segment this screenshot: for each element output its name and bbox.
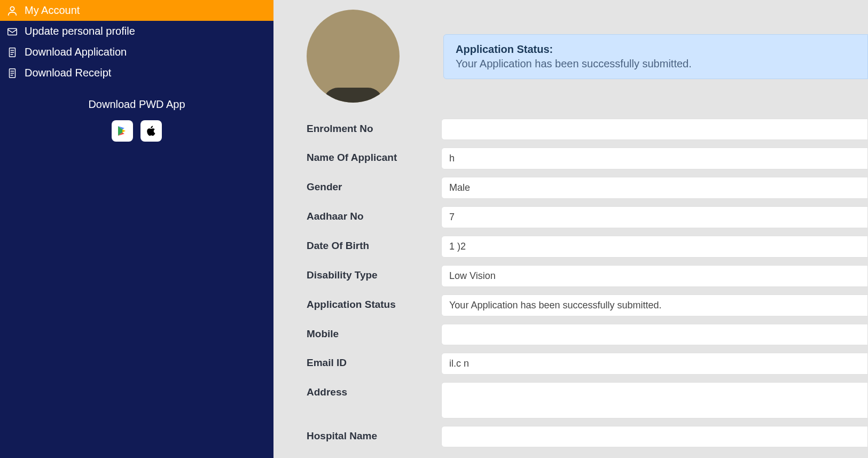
label-address: Address xyxy=(307,382,431,399)
row-address: Address xyxy=(307,382,868,418)
label-disability-type: Disability Type xyxy=(307,265,431,282)
label-aadhaar: Aadhaar No xyxy=(307,206,431,223)
user-icon xyxy=(6,5,18,17)
sidebar-item-label: Update personal profile xyxy=(25,25,135,37)
value-address xyxy=(441,382,868,418)
sidebar-item-my-account[interactable]: My Account xyxy=(0,0,273,21)
label-email: Email ID xyxy=(307,353,431,370)
download-app-section: Download PWD App xyxy=(0,98,273,142)
value-disability-type: Low Vision xyxy=(441,265,868,287)
row-aadhaar: Aadhaar No 7 xyxy=(307,206,868,228)
sidebar-item-label: Download Receipt xyxy=(25,67,111,79)
row-disability-type: Disability Type Low Vision xyxy=(307,265,868,287)
row-mobile: Mobile xyxy=(307,324,868,345)
status-banner-body: Your Application has been successfully s… xyxy=(456,58,856,70)
document-icon xyxy=(6,46,18,58)
row-hospital-name: Hospital Name xyxy=(307,426,868,447)
sidebar-item-update-profile[interactable]: Update personal profile xyxy=(0,21,273,42)
row-email: Email ID il.c n xyxy=(307,353,868,375)
mail-icon xyxy=(6,26,18,37)
apple-store-badge[interactable] xyxy=(140,120,162,142)
apple-icon xyxy=(145,125,158,137)
download-app-title: Download PWD App xyxy=(0,98,273,111)
sidebar-item-download-receipt[interactable]: Download Receipt xyxy=(0,63,273,83)
value-name: h xyxy=(441,148,868,169)
value-mobile xyxy=(441,324,868,345)
app-badges xyxy=(0,120,273,142)
google-play-badge[interactable] xyxy=(112,120,133,142)
avatar xyxy=(307,10,400,103)
svg-point-0 xyxy=(10,6,14,10)
value-application-status: Your Application has been successfully s… xyxy=(441,294,868,316)
top-row: Application Status: Your Application has… xyxy=(307,5,868,103)
sidebar: My Account Update personal profile Downl… xyxy=(0,0,273,458)
label-gender: Gender xyxy=(307,177,431,194)
row-enrolment-no: Enrolment No xyxy=(307,119,868,140)
value-enrolment-no xyxy=(441,119,868,140)
value-gender: Male xyxy=(441,177,868,199)
label-enrolment-no: Enrolment No xyxy=(307,119,431,136)
details-form: Enrolment No Name Of Applicant h Gender … xyxy=(307,119,868,447)
status-banner-title: Application Status: xyxy=(456,43,856,56)
row-gender: Gender Male xyxy=(307,177,868,199)
status-banner: Application Status: Your Application has… xyxy=(443,34,868,79)
row-dob: Date Of Birth 1 )2 xyxy=(307,236,868,258)
label-name: Name Of Applicant xyxy=(307,148,431,165)
sidebar-item-label: My Account xyxy=(25,4,80,17)
value-email: il.c n xyxy=(441,353,868,375)
sidebar-item-label: Download Application xyxy=(25,46,127,58)
google-play-icon xyxy=(116,125,129,137)
label-application-status: Application Status xyxy=(307,294,431,312)
value-dob: 1 )2 xyxy=(441,236,868,258)
label-dob: Date Of Birth xyxy=(307,236,431,253)
sidebar-item-download-application[interactable]: Download Application xyxy=(0,42,273,63)
main-content: Application Status: Your Application has… xyxy=(273,0,868,458)
label-hospital-name: Hospital Name xyxy=(307,426,431,443)
label-mobile: Mobile xyxy=(307,324,431,341)
row-application-status: Application Status Your Application has … xyxy=(307,294,868,316)
row-name: Name Of Applicant h xyxy=(307,148,868,169)
svg-rect-1 xyxy=(8,28,17,35)
value-aadhaar: 7 xyxy=(441,206,868,228)
value-hospital-name xyxy=(441,426,868,447)
document-icon xyxy=(6,67,18,79)
